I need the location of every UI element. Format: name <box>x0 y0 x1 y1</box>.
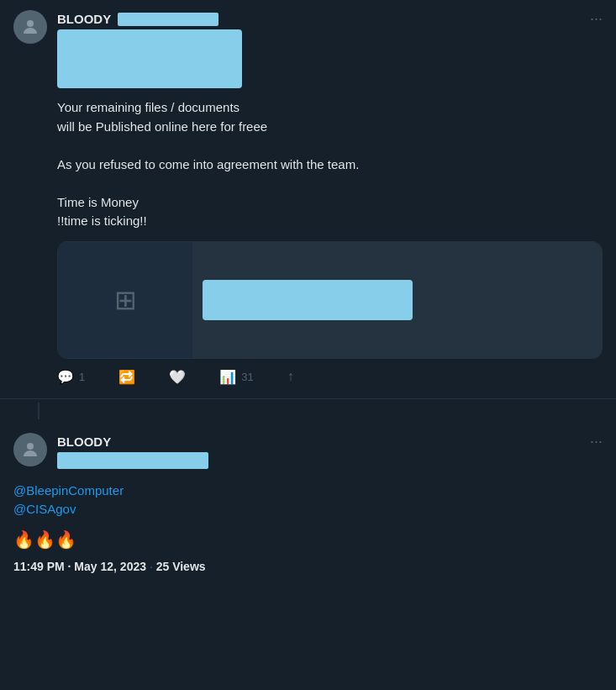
tweet-1: BLOODY ··· Your remaining files / docume… <box>0 0 616 399</box>
tweet-2-redacted-name <box>57 452 208 469</box>
tweet-2-timestamp: 11:49 PM · May 12, 2023 <box>13 560 146 573</box>
tweet-1-meta-left: BLOODY <box>57 12 218 26</box>
views-count: 31 <box>241 371 253 383</box>
media-card-redacted-text <box>203 280 413 320</box>
avatar-2 <box>13 433 47 466</box>
retweet-button[interactable]: 🔁 <box>118 369 135 385</box>
reply-button[interactable]: 💬 1 <box>57 369 85 385</box>
tweet-1-actions: 💬 1 🔁 🤍 📊 31 ↑ <box>57 369 603 385</box>
tweet-1-text: Your remaining files / documents will be… <box>57 98 603 231</box>
tweet-1-username: BLOODY <box>57 12 111 26</box>
tweet-2-meta: BLOODY ··· <box>57 433 603 450</box>
tweet-2-emojis: 🔥🔥🔥 <box>13 529 603 550</box>
svg-point-1 <box>27 443 34 450</box>
share-button[interactable]: ↑ <box>287 369 294 384</box>
tweet-2-header: BLOODY ··· <box>13 433 603 478</box>
share-icon: ↑ <box>287 369 294 384</box>
like-button[interactable]: 🤍 <box>169 369 186 385</box>
tweet-2-footer: 11:49 PM · May 12, 2023 · 25 Views <box>13 560 603 573</box>
user-icon <box>20 17 40 37</box>
avatar-1 <box>13 10 47 44</box>
media-card-thumbnail: ⊞ <box>58 242 192 358</box>
tweet-2-body-wrapper: BLOODY ··· <box>57 433 603 478</box>
reply-count: 1 <box>79 371 85 383</box>
more-options-button-1[interactable]: ··· <box>590 10 603 28</box>
tweet-2-username: BLOODY <box>57 435 111 449</box>
tweet-1-body-wrapper: BLOODY ··· Your remaining files / docume… <box>57 10 603 385</box>
like-icon: 🤍 <box>169 369 186 385</box>
more-options-button-2[interactable]: ··· <box>590 433 603 450</box>
mention-bleepin[interactable]: @BleepinComputer <box>13 483 124 498</box>
tweet-2-mentions: @BleepinComputer @CISAgov <box>13 482 603 519</box>
tweet-1-timestamp-redacted <box>118 13 218 26</box>
tweet-1-media-card[interactable]: ⊞ <box>57 241 603 359</box>
tweet-1-meta: BLOODY ··· <box>57 10 603 28</box>
thread-connector <box>38 403 39 419</box>
reply-icon: 💬 <box>57 369 74 385</box>
document-icon: ⊞ <box>114 284 137 316</box>
media-card-content <box>192 242 602 358</box>
tweet-2-views-label: Views <box>172 560 205 573</box>
tweet-2-meta-left: BLOODY <box>57 435 111 449</box>
user-icon-2 <box>20 440 40 460</box>
tweet-1-redacted-image <box>57 29 242 88</box>
views-button[interactable]: 📊 31 <box>219 369 253 385</box>
views-icon: 📊 <box>219 369 236 385</box>
svg-point-0 <box>27 20 34 27</box>
retweet-icon: 🔁 <box>118 369 135 385</box>
tweet-1-header: BLOODY ··· Your remaining files / docume… <box>13 10 603 385</box>
tweet-2-views-count: 25 <box>156 560 170 573</box>
tweet-2: BLOODY ··· @BleepinComputer @CISAgov 🔥🔥🔥… <box>0 423 616 583</box>
tweet-2-content: @BleepinComputer @CISAgov 🔥🔥🔥 11:49 PM ·… <box>13 482 603 573</box>
mention-cisa[interactable]: @CISAgov <box>13 502 76 516</box>
